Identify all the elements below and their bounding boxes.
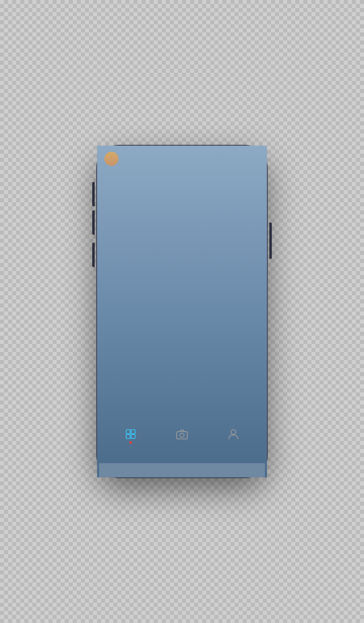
phone-screen: FOLLOWING SEARCH + PRIVATE GROUPS GOBIAW… bbox=[105, 160, 259, 447]
nav-profile[interactable] bbox=[227, 428, 240, 441]
profile-nav-icon[interactable] bbox=[227, 428, 240, 441]
nav-groups[interactable] bbox=[124, 428, 137, 441]
svg-rect-2 bbox=[126, 434, 130, 439]
nav-camera[interactable] bbox=[176, 428, 188, 441]
svg-point-6 bbox=[231, 430, 236, 434]
groups-nav-icon[interactable] bbox=[124, 428, 137, 441]
svg-rect-3 bbox=[131, 434, 135, 439]
list-item[interactable]: Team Northug 👤 9720 🕐 3 days ago 12 bbox=[105, 376, 259, 415]
phone-device: FOLLOWING SEARCH + PRIVATE GROUPS GOBIAW… bbox=[97, 146, 267, 477]
groups-list: PRIVATE GROUPS GOBIAWESOME The Squad 😜🔥 … bbox=[105, 191, 259, 421]
svg-rect-4 bbox=[177, 432, 187, 439]
svg-rect-0 bbox=[126, 430, 130, 434]
avatar bbox=[112, 381, 141, 409]
svg-point-5 bbox=[180, 433, 184, 437]
svg-rect-1 bbox=[131, 430, 135, 434]
camera-nav-icon[interactable] bbox=[176, 428, 188, 441]
